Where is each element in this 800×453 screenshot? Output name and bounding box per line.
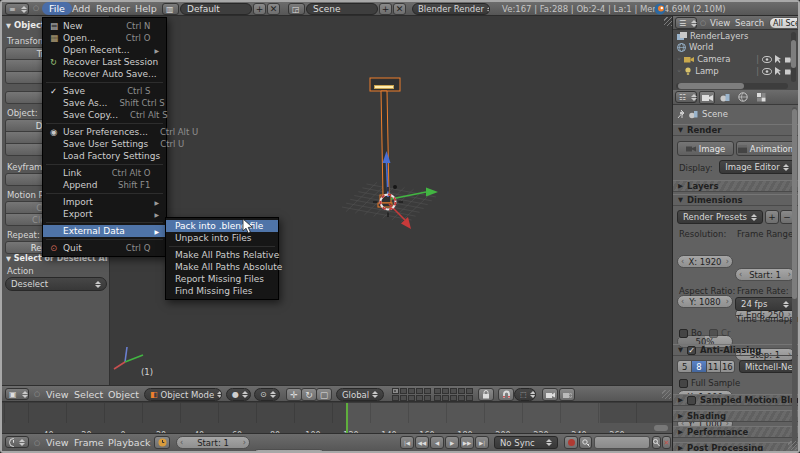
- snap-toggle[interactable]: [498, 388, 514, 401]
- checkbox-icon[interactable]: ✓: [687, 346, 696, 355]
- breadcrumb-scene[interactable]: Scene: [702, 109, 728, 119]
- editor-type-button[interactable]: ☰: [675, 17, 697, 29]
- file-menu-item[interactable]: Recover Auto Save...▶: [43, 68, 166, 80]
- tab-scene[interactable]: [717, 91, 733, 104]
- file-menu-item[interactable]: Save As...Shift Ctrl S▶: [43, 97, 166, 109]
- menu-help[interactable]: Help: [135, 3, 157, 14]
- file-menu-item[interactable]: External Data▶: [43, 225, 166, 237]
- end-frame-field[interactable]: ‹End: 250›: [252, 449, 326, 453]
- render-engine-select[interactable]: Blender Render: [412, 3, 490, 15]
- file-menu-item[interactable]: ▶: [43, 237, 166, 242]
- play-reverse-button[interactable]: ◀: [430, 436, 444, 449]
- collapse-menus-icon[interactable]: ○: [700, 19, 706, 27]
- editor-type-button[interactable]: [5, 436, 29, 448]
- panel-header-sampled-motion-blur[interactable]: ▶Sampled Motion Blur: [673, 394, 798, 406]
- pivot-select[interactable]: ⊙: [254, 388, 280, 401]
- layer-buttons-group-2[interactable]: [434, 388, 473, 401]
- collapse-menus-icon[interactable]: ○: [34, 390, 40, 398]
- preset-add-button[interactable]: +: [765, 210, 779, 224]
- checkbox-icon[interactable]: [687, 396, 696, 405]
- file-menu-item[interactable]: Export▶: [43, 208, 166, 220]
- file-menu-item[interactable]: LinkCtrl Alt O▶: [43, 167, 166, 179]
- submenu-item[interactable]: Report Missing Files: [166, 273, 278, 285]
- menu-add[interactable]: Add: [72, 3, 90, 14]
- viewport-3d[interactable]: (1): [111, 16, 674, 385]
- menu-render[interactable]: Render: [96, 3, 130, 14]
- panel-header-antialiasing[interactable]: ▼✓Anti-Aliasing: [673, 344, 798, 356]
- submenu-item[interactable]: Unpack into Files: [166, 232, 278, 244]
- fps-select[interactable]: 24 fps: [735, 297, 795, 311]
- menu-frame[interactable]: Frame: [74, 437, 104, 448]
- submenu-item[interactable]: Make All Paths Relative: [166, 249, 278, 261]
- layer-buttons-group-1[interactable]: [392, 388, 431, 401]
- border-checkbox[interactable]: Bo: [679, 328, 702, 338]
- file-menu-item[interactable]: ▶: [43, 80, 166, 85]
- manipulator-rotate-toggle[interactable]: ↻: [301, 388, 317, 401]
- full-sample-checkbox[interactable]: Full Sample: [679, 378, 740, 388]
- file-menu-item[interactable]: Save User SettingsCtrl U▶: [43, 138, 166, 150]
- menu-view[interactable]: View: [46, 389, 69, 400]
- action-select[interactable]: Deselect: [5, 277, 107, 291]
- next-keyframe-button[interactable]: ▶▶: [460, 436, 474, 449]
- render-presets-select[interactable]: Render Presets: [677, 210, 763, 224]
- editor-type-button[interactable]: ☷: [675, 91, 697, 103]
- panel-header-shading[interactable]: ▶Shading: [673, 410, 798, 422]
- restrict-view-icon[interactable]: [762, 56, 772, 63]
- file-menu-item[interactable]: Open Recent...▶: [43, 44, 166, 56]
- outliner-row-lamp[interactable]: ◦ Lamp |: [673, 65, 798, 77]
- current-frame-line[interactable]: [346, 403, 348, 433]
- file-menu-item[interactable]: ▶: [43, 220, 166, 225]
- keying-set-button[interactable]: [579, 436, 592, 449]
- viewport-shading-select[interactable]: ●: [226, 388, 251, 401]
- panel-header-performance[interactable]: ▶Performance: [673, 426, 798, 438]
- panel-header-render[interactable]: ▼Render: [673, 124, 798, 136]
- collapse-menus-icon[interactable]: ○: [33, 4, 39, 12]
- render-animation-button[interactable]: Animation: [736, 141, 795, 156]
- file-menu-item[interactable]: Import▶: [43, 196, 166, 208]
- crop-checkbox[interactable]: Cr: [709, 328, 730, 338]
- outliner-row-camera[interactable]: ◦ Camera |: [673, 53, 798, 65]
- render-opengl-button[interactable]: [542, 388, 558, 401]
- file-menu-item[interactable]: ▶: [43, 191, 166, 196]
- tab-object[interactable]: [753, 91, 769, 104]
- tab-render[interactable]: [699, 91, 715, 104]
- time-display-toggle[interactable]: [154, 436, 170, 449]
- add-layout-button[interactable]: +: [253, 3, 266, 15]
- restrict-select-icon[interactable]: [775, 67, 782, 75]
- file-menu-item[interactable]: ▶: [43, 121, 166, 126]
- restrict-select-icon[interactable]: [775, 55, 782, 63]
- menu-playback[interactable]: Playback: [108, 437, 150, 448]
- panel-header-layers[interactable]: ▶Layers: [673, 180, 798, 192]
- active-keying-set-field[interactable]: [594, 436, 650, 449]
- submenu-item[interactable]: [166, 244, 278, 249]
- lock-to-scene-toggle[interactable]: [478, 388, 494, 401]
- outliner-row-world[interactable]: World: [673, 41, 798, 53]
- menu-view[interactable]: View: [46, 437, 69, 448]
- pin-icon[interactable]: [677, 110, 685, 119]
- aa-samples-buttons[interactable]: 581116: [677, 360, 735, 373]
- tab-world[interactable]: [735, 91, 751, 104]
- file-menu-item[interactable]: NewCtrl N▶: [43, 20, 166, 32]
- submenu-item[interactable]: Find Missing Files: [166, 285, 278, 297]
- outliner-vscrollbar[interactable]: [791, 32, 796, 82]
- area-resize-grip[interactable]: [788, 441, 797, 450]
- display-select[interactable]: Image Editor: [719, 160, 795, 174]
- render-opengl-anim-button[interactable]: [559, 388, 575, 401]
- file-menu-item[interactable]: Open...Ctrl O▶: [43, 32, 166, 44]
- file-menu-item[interactable]: ▶: [43, 162, 166, 167]
- submenu-item[interactable]: Pack into .blend file: [166, 220, 278, 232]
- resolution-x-field[interactable]: ‹X: 1920›: [677, 255, 733, 268]
- file-menu-item[interactable]: Recover Last Session▶: [43, 56, 166, 68]
- jump-start-button[interactable]: |◀: [400, 436, 414, 449]
- editor-type-button[interactable]: ▣: [5, 388, 29, 400]
- auto-keyframe-toggle[interactable]: [564, 436, 578, 449]
- snap-element-select[interactable]: ⬚: [514, 388, 536, 401]
- outliner-scope-select[interactable]: All Scenes: [769, 17, 798, 29]
- jump-end-button[interactable]: ▶|: [475, 436, 489, 449]
- timeline-ruler[interactable]: -40-200204060801001201401601802002202402…: [28, 423, 668, 433]
- prev-keyframe-button[interactable]: ◀◀: [415, 436, 429, 449]
- file-menu-item[interactable]: User Preferences...Ctrl Alt U▶: [43, 126, 166, 138]
- outliner-hscrollbar[interactable]: [676, 83, 788, 89]
- menu-object[interactable]: Object: [108, 389, 139, 400]
- resolution-y-field[interactable]: ‹Y: 1080›: [677, 295, 733, 308]
